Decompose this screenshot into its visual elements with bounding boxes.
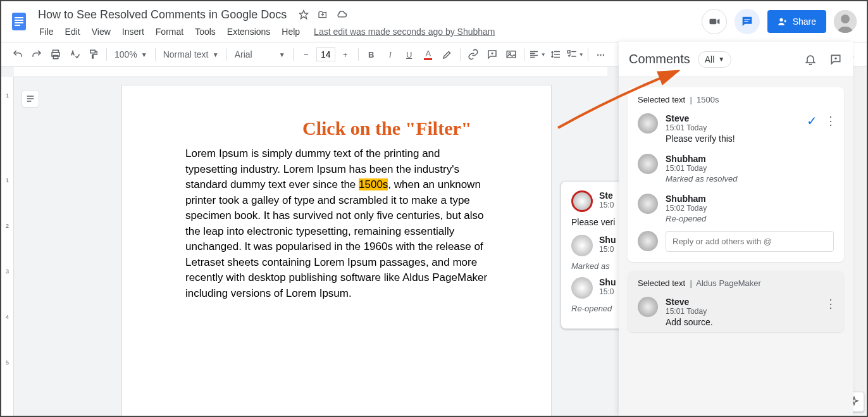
comment-text: Add source. [666,317,834,327]
svg-rect-8 [744,19,750,20]
separator [358,48,359,61]
paint-format-button[interactable] [85,46,102,63]
reply-input[interactable] [666,231,834,252]
comment-text: Please verify this! [666,134,834,144]
decrease-font-button[interactable]: − [297,46,315,63]
paragraph-style-select[interactable]: Normal text▼ [159,49,223,59]
more-tools-button[interactable]: ⋯ [592,46,610,63]
sidebar-header: Comments All ▼ [619,42,853,77]
docs-logo[interactable] [6,9,32,34]
comment-thread[interactable]: Selected text | 1500s Steve 15:01 Today … [628,87,844,262]
redo-button[interactable] [28,46,46,63]
share-button[interactable]: Share [767,10,826,33]
highlight-button[interactable] [438,46,456,63]
comments-filter-button[interactable]: All ▼ [698,51,731,68]
menu-view[interactable]: View [87,24,116,39]
document-body[interactable]: Lorem Ipsum is simply dummy text of the … [185,146,488,301]
align-button[interactable]: ▼ [528,46,546,63]
separator [588,48,588,61]
horizontal-ruler[interactable] [14,67,607,77]
new-comment-button[interactable] [829,53,843,66]
commenter-avatar [571,235,593,256]
commenter-avatar [571,277,593,299]
undo-button[interactable] [9,46,27,63]
sidebar-title: Comments [629,52,690,66]
commenter-name: Shubham [666,154,834,164]
svg-point-12 [841,15,850,23]
menu-edit[interactable]: Edit [60,24,85,39]
notifications-button[interactable] [803,53,817,66]
comment-time: 15:01 Today [666,164,834,173]
comment-time: 15:0 [599,287,616,296]
separator [460,48,461,61]
comment-item: Steve 15:01 Today Please verify this! ✓ … [628,108,844,149]
add-comment-button[interactable] [483,46,501,63]
underline-button[interactable]: U [400,46,418,63]
comment-thread[interactable]: Selected text | Aldus PageMaker Steve 15… [628,271,844,332]
vertical-scrollbar[interactable] [854,67,864,413]
comment-menu-button[interactable]: ⋮ [825,114,836,128]
font-size-input[interactable] [316,47,335,61]
menu-format[interactable]: Format [151,24,189,39]
comment-status: Marked as resolved [666,174,834,184]
svg-marker-7 [717,19,719,24]
document-outline-button[interactable] [22,90,39,108]
commenter-name: Shu [599,277,616,287]
bold-button[interactable]: B [363,46,380,63]
commenter-avatar [638,194,658,214]
svg-rect-3 [15,22,23,23]
commenter-avatar [638,113,658,134]
menu-bar: File Edit View Insert Format Tools Exten… [34,24,702,39]
filter-label: All [705,54,715,65]
thread-selection: Selected text | Aldus PageMaker [628,271,844,292]
comment-history-button[interactable] [735,9,760,34]
chevron-down-icon: ▼ [718,56,724,63]
comment-time: 15:0 [599,245,616,254]
svg-rect-19 [567,51,570,53]
separator [226,48,227,61]
insert-link-button[interactable] [464,46,482,63]
highlighted-text: 1500s [359,178,388,190]
cloud-saved-icon[interactable] [336,9,347,20]
comment-status: Re-opened [666,214,834,223]
document-page[interactable]: Lorem Ipsum is simply dummy text of the … [121,85,552,417]
zoom-select[interactable]: 100%▼ [111,46,151,63]
user-avatar[interactable] [834,10,857,33]
svg-rect-16 [90,50,96,53]
svg-rect-9 [744,21,748,22]
spellcheck-button[interactable] [66,46,84,63]
commenter-name: Shubham [666,194,834,204]
star-icon[interactable] [298,9,309,20]
menu-extensions[interactable]: Extensions [222,24,275,39]
font-select[interactable]: Arial▼ [231,49,289,59]
comment-menu-button[interactable]: ⋮ [825,297,836,311]
workspace: 112345 Lorem Ipsum is simply dummy text … [1,67,867,416]
line-spacing-button[interactable] [547,46,565,63]
comments-sidebar: Comments All ▼ Selected text | 1500s Ste… [619,42,853,416]
meet-button[interactable] [702,9,727,34]
vertical-ruler[interactable]: 112345 [1,77,14,416]
resolve-check-button[interactable]: ✓ [807,113,817,128]
menu-help[interactable]: Help [276,24,305,39]
text-color-button[interactable]: A [419,46,437,63]
comment-time: 15:02 Today [666,204,834,213]
current-user-avatar [638,231,658,251]
move-icon[interactable] [317,9,328,20]
commenter-avatar [638,297,658,317]
commenter-name: Shu [599,235,616,245]
menu-file[interactable]: File [34,24,59,39]
menu-insert[interactable]: Insert [117,24,149,39]
italic-button[interactable]: I [381,46,399,63]
share-label: Share [793,16,816,27]
comment-time: 15:0 [599,201,614,209]
checklist-button[interactable]: ▼ [566,46,584,63]
document-title[interactable]: How to See Resolved Comments in Google D… [34,7,290,23]
print-button[interactable] [47,46,65,63]
sidebar-body[interactable]: Selected text | 1500s Steve 15:01 Today … [619,77,853,416]
separator [293,48,294,61]
svg-rect-1 [15,17,23,18]
menu-tools[interactable]: Tools [190,24,221,39]
increase-font-button[interactable]: + [337,46,354,63]
insert-image-button[interactable] [502,46,520,63]
last-edit-link[interactable]: Last edit was made seconds ago by Shubha… [314,27,495,37]
